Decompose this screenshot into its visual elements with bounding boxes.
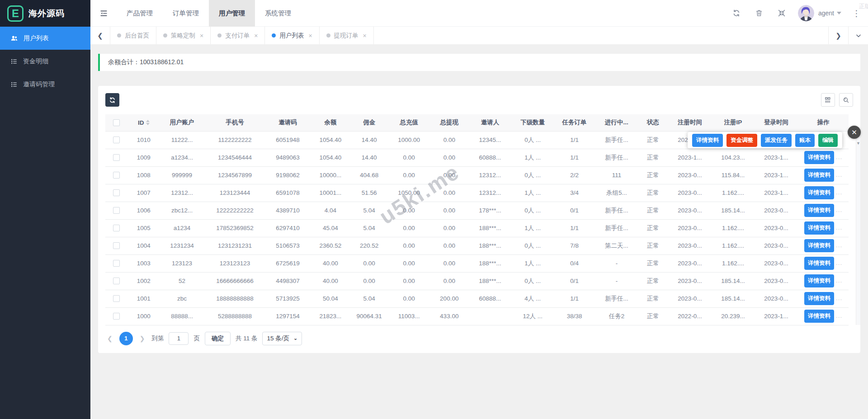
row-checkbox[interactable]	[113, 172, 120, 179]
detail-button[interactable]: 详情资料	[804, 274, 834, 287]
cell-phone: 12222222222	[204, 202, 265, 219]
tab-close-icon[interactable]: ×	[363, 32, 367, 39]
row-checkbox[interactable]	[113, 225, 120, 231]
page-number-input[interactable]	[169, 332, 189, 345]
tab-label: 提现订单	[334, 32, 359, 40]
tab-withdraw-orders[interactable]: 提现订单 ×	[320, 27, 374, 44]
cell-phone: 17852369852	[204, 219, 265, 237]
user-avatar[interactable]	[798, 5, 814, 21]
detail-button[interactable]: 详情资料	[804, 310, 834, 323]
cell-register-ip: 20.239...	[712, 307, 754, 325]
nav-item-order[interactable]: 订单管理	[163, 0, 209, 27]
table-vertical-scrollbar[interactable]: ▼	[856, 131, 860, 325]
tab-pay-orders[interactable]: 支付订单 ×	[211, 27, 265, 44]
cell-total-withdraw: 0.00	[430, 202, 468, 219]
sidebar-item-fund-detail[interactable]: 资金明细	[0, 50, 90, 73]
fund-adjust-button[interactable]: 资金调整	[726, 134, 757, 147]
row-checkbox[interactable]	[113, 313, 120, 320]
select-all-checkbox[interactable]	[113, 119, 120, 126]
cell-invite-code: 1297154	[265, 307, 310, 325]
cell-inviter: 12345...	[468, 131, 512, 149]
user-menu[interactable]: agent	[818, 9, 841, 17]
cell-balance: 40.00	[310, 272, 351, 290]
column-settings-button[interactable]	[821, 93, 835, 107]
more-actions-ellipsis: ...	[836, 171, 842, 178]
cell-inviter	[468, 307, 512, 325]
table-refresh-button[interactable]	[105, 93, 119, 107]
cell-total-withdraw: 433.00	[430, 307, 468, 325]
cell-login-time: 2023-0...	[755, 237, 798, 254]
nav-item-user[interactable]: 用户管理	[209, 0, 255, 27]
detail-button[interactable]: 详情资料	[804, 204, 834, 217]
cell-account: 11222...	[160, 131, 204, 149]
table-row: 1004 1231234 1231231231 5106573 2360.52 …	[105, 237, 849, 254]
sidebar-item-user-list[interactable]: 用户列表	[0, 27, 90, 50]
cell-total-recharge: 0.00	[388, 202, 430, 219]
tab-dashboard[interactable]: 后台首页	[110, 27, 156, 44]
close-icon[interactable]: ✕	[848, 126, 861, 139]
nav-item-system[interactable]: 系统管理	[255, 0, 301, 27]
tab-label: 后台首页	[125, 32, 149, 40]
row-checkbox[interactable]	[113, 260, 120, 267]
detail-button[interactable]: 详情资料	[804, 186, 834, 199]
cell-login-time: 2023-0...	[755, 272, 798, 290]
cell-total-recharge: 0.00	[388, 254, 430, 272]
trash-icon[interactable]	[755, 9, 764, 18]
tab-user-list[interactable]: 用户列表 ×	[265, 27, 319, 44]
confirm-page-button[interactable]: 确定	[205, 332, 231, 345]
page-size-select[interactable]: 15 条/页 ⌄	[262, 332, 302, 345]
dispatch-task-button[interactable]: 派发任务	[761, 134, 792, 147]
table-row: 1005 a1234 17852369852 6297410 45.04 5.0…	[105, 219, 849, 237]
row-checkbox[interactable]	[113, 137, 120, 143]
tab-close-icon[interactable]: ×	[200, 32, 203, 39]
row-checkbox[interactable]	[113, 207, 120, 214]
cell-ongoing: 新手任...	[595, 131, 638, 149]
page-size-label: 15 条/页	[267, 334, 289, 343]
row-checkbox[interactable]	[113, 295, 120, 302]
detail-button[interactable]: 详情资料	[804, 221, 834, 235]
refresh-icon[interactable]	[732, 9, 741, 18]
cell-inviter: 188***...	[468, 219, 512, 237]
ledger-button[interactable]: 账本	[795, 134, 815, 147]
fullscreen-icon[interactable]	[777, 9, 786, 18]
detail-button[interactable]: 详情资料	[804, 292, 834, 305]
cell-commission: 5.04	[351, 202, 388, 219]
more-actions-ellipsis: ...	[836, 242, 842, 249]
cell-status: 正常	[638, 290, 668, 307]
tabs-menu-icon[interactable]	[848, 27, 868, 44]
detail-button[interactable]: 详情资料	[804, 239, 834, 252]
col-id[interactable]: ID	[127, 114, 160, 131]
cell-subordinates: 1人 ...	[512, 184, 553, 202]
tab-close-icon[interactable]: ×	[254, 32, 258, 39]
detail-button[interactable]: 详情资料	[804, 151, 834, 164]
cell-total-withdraw: 0.00	[430, 166, 468, 184]
detail-button[interactable]: 详情资料	[804, 169, 834, 182]
cell-subordinates: 4人 ...	[512, 290, 553, 307]
cell-account: 12312...	[160, 184, 204, 202]
tab-close-icon[interactable]: ×	[308, 32, 312, 39]
nav-item-product[interactable]: 产品管理	[117, 0, 163, 27]
table-search-button[interactable]	[839, 93, 853, 107]
sidebar-collapse-button[interactable]	[90, 0, 117, 27]
cell-total-recharge: 0.00	[388, 290, 430, 307]
sidebar-item-invite-code[interactable]: 邀请码管理	[0, 73, 90, 96]
tabs-scroll-right-icon[interactable]: ❯	[828, 27, 848, 44]
detail-button[interactable]: 详情资料	[692, 134, 723, 147]
menu-fold-icon	[99, 9, 108, 18]
prev-page-icon[interactable]: ❮	[105, 335, 114, 342]
row-checkbox[interactable]	[113, 278, 120, 284]
cell-status: 正常	[638, 166, 668, 184]
row-checkbox[interactable]	[113, 154, 120, 161]
more-actions-ellipsis: ...	[836, 259, 842, 266]
next-page-icon[interactable]: ❯	[138, 335, 147, 342]
sort-icon[interactable]	[146, 120, 150, 125]
tabs-scroll-left-icon[interactable]: ❮	[90, 27, 110, 44]
row-checkbox[interactable]	[113, 242, 120, 249]
current-page-button[interactable]: 1	[119, 332, 133, 345]
cell-register-time: 2023-0...	[668, 184, 712, 202]
cell-ongoing: 新手任...	[595, 290, 638, 307]
row-checkbox[interactable]	[113, 189, 120, 196]
edit-button[interactable]: 编辑	[818, 134, 838, 147]
detail-button[interactable]: 详情资料	[804, 257, 834, 270]
tab-strategy[interactable]: 策略定制 ×	[156, 27, 211, 44]
